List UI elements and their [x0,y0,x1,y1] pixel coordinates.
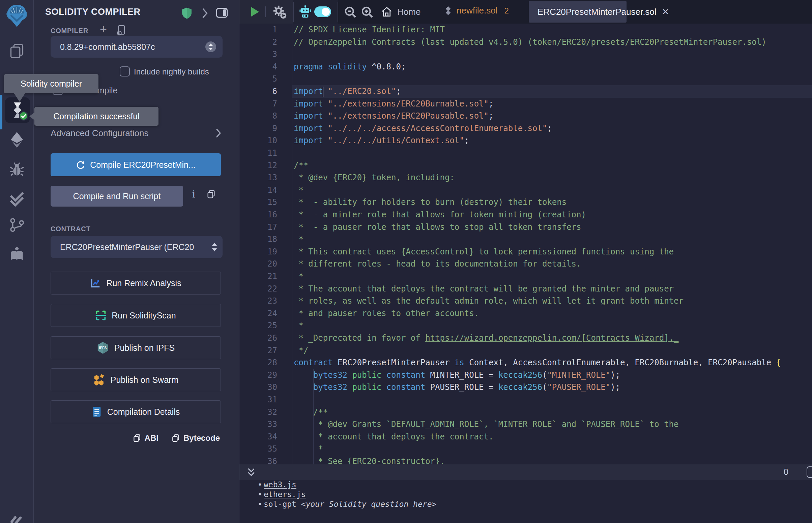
line-number: 10 [240,134,277,147]
terminal-list-item[interactable]: •web3.js [240,480,296,490]
zoom-in-icon [361,6,374,19]
code-line-14[interactable]: 14 * [240,184,812,196]
run-script-button[interactable] [250,7,259,17]
file-explorer-icon[interactable] [0,42,34,59]
terminal-link[interactable]: ethers.js [264,490,306,499]
line-number: 6 [240,85,277,98]
compile-and-run-button[interactable]: Compile and Run script [51,186,183,206]
run-solidityscan-button[interactable]: Run SolidityScan [51,304,221,327]
contract-select[interactable]: ERC20PresetMinterPauser (ERC20 [51,236,223,258]
add-compiler-icon[interactable]: + [100,22,107,36]
code-line-13[interactable]: 13 * @dev {ERC20} token, including: [240,172,812,184]
sidebar-item-learneth[interactable] [0,246,34,262]
tab-erc20-active[interactable]: ERC20PresetMinterPauser.sol ✕ [529,1,626,22]
terminal-search-box-partial[interactable] [807,466,812,478]
code-line-18[interactable]: 18 * [240,233,812,246]
code-line-36[interactable]: 36 * See {ERC20-constructor}. [240,455,812,464]
code-text: * - ability for holders to burn (destroy… [294,197,566,207]
include-nightly-checkbox[interactable] [120,66,130,76]
publish-on-swarm-button[interactable]: Publish on Swarm [51,368,221,391]
compilation-details-label: Compilation Details [107,407,180,417]
code-line-8[interactable]: 8import "../extensions/ERC20Pausable.sol… [240,110,812,122]
line-number: 4 [240,61,277,73]
advanced-chevron-icon[interactable] [215,128,222,138]
code-line-30[interactable]: 30 bytes32 public constant PAUSER_ROLE =… [240,381,812,394]
terminal-toolbar[interactable]: 0 [240,464,812,480]
run-settings-button[interactable] [272,5,287,19]
code-line-2[interactable]: 2// OpenZeppelin Contracts (last updated… [240,36,812,49]
code-line-26[interactable]: 26 * _Deprecated in favor of https://wiz… [240,332,812,344]
publish-on-ipfs-button[interactable]: IPFS Publish on IPFS [51,336,221,359]
compilation-details-button[interactable]: Compilation Details [51,400,221,423]
code-editor[interactable]: 1// SPDX-License-Identifier: MIT2// Open… [240,23,812,464]
run-remix-analysis-button[interactable]: Run Remix Analysis [51,272,221,294]
code-line-16[interactable]: 16 * - a minter role that allows for tok… [240,209,812,221]
divider [293,2,294,22]
code-line-3[interactable]: 3 [240,48,812,61]
code-line-35[interactable]: 35 * [240,443,812,455]
sidebar-item-debugger[interactable] [0,161,34,177]
header-chevron-right-icon[interactable] [201,8,209,18]
terminal-list-item[interactable]: •ethers.js [240,490,306,500]
compiler-section-label: COMPILER [51,27,88,35]
zoom-out-button[interactable] [344,6,357,19]
copy-icon [133,434,141,443]
code-line-23[interactable]: 23 * roles, as well as the default admin… [240,295,812,307]
code-line-15[interactable]: 15 * - ability for holders to burn (dest… [240,196,812,209]
code-text: * This contract uses {AccessControl} to … [294,247,674,256]
code-line-20[interactable]: 20 * different roles - head to its docum… [240,258,812,270]
code-line-5[interactable]: 5 [240,73,812,85]
terminal-listen-count: 0 [784,467,789,477]
sidebar-item-deploy-run[interactable] [0,131,34,148]
compiler-version-select[interactable]: 0.8.29+commit.ab55807c [51,36,223,58]
copy-script-icon[interactable] [206,190,216,199]
code-line-11[interactable]: 11 [240,147,812,159]
expand-terminal-icon[interactable] [246,467,256,477]
sidebar-item-git[interactable] [0,217,34,233]
code-line-24[interactable]: 24 * and pauser roles to other accounts. [240,307,812,320]
code-line-21[interactable]: 21 * [240,270,812,283]
plugin-manager-icon-partial[interactable] [0,513,34,523]
code-line-32[interactable]: 32 /** [240,406,812,418]
code-line-29[interactable]: 29 bytes32 public constant MINTER_ROLE =… [240,369,812,381]
shield-icon[interactable] [181,7,193,19]
zoom-in-button[interactable] [361,6,374,19]
code-line-10[interactable]: 10import "../../../utils/Context.sol"; [240,134,812,147]
code-line-25[interactable]: 25 * [240,320,812,332]
publish-on-swarm-label: Publish on Swarm [111,375,178,385]
copy-bytecode-button[interactable]: Bytecode [171,433,220,443]
code-line-31[interactable]: 31 [240,394,812,406]
compile-button[interactable]: Compile ERC20PresetMin... [51,153,221,176]
split-panel-icon[interactable] [216,7,228,18]
code-line-9[interactable]: 9import "../../../access/AccessControlEn… [240,122,812,135]
code-line-17[interactable]: 17 * - a pauser role that allows to stop… [240,221,812,234]
code-line-27[interactable]: 27 */ [240,344,812,357]
toggle-knob [322,8,330,16]
line-number: 5 [240,73,277,85]
code-line-22[interactable]: 22 * The account that deploys the contra… [240,283,812,295]
file-badge-icon[interactable] [116,25,126,36]
sidebar-item-unit-testing[interactable] [0,191,34,207]
code-line-12[interactable]: 12/** [240,159,812,172]
ai-assistant-button[interactable] [299,5,312,19]
code-line-4[interactable]: 4pragma solidity ^0.8.0; [240,61,812,73]
tab-newfile[interactable]: newfile.sol 2 [444,5,509,16]
code-line-6[interactable]: 6import "../ERC20.sol"; [240,85,812,98]
code-line-33[interactable]: 33 * @dev Grants `DEFAULT_ADMIN_ROLE`, `… [240,418,812,431]
terminal-content[interactable]: •web3.js•ethers.js•sol-gpt <your Solidit… [240,480,812,523]
code-line-19[interactable]: 19 * This contract uses {AccessControl} … [240,246,812,258]
code-line-34[interactable]: 34 * account that deploys the contract. [240,431,812,443]
info-icon[interactable]: i [192,189,195,200]
code-line-7[interactable]: 7import "../extensions/ERC20Burnable.sol… [240,98,812,110]
code-line-28[interactable]: 28contract ERC20PresetMinterPauser is Co… [240,357,812,369]
remix-logo-icon[interactable] [0,3,34,28]
copy-abi-button[interactable]: ABI [133,433,158,443]
code-line-1[interactable]: 1// SPDX-License-Identifier: MIT [240,23,812,36]
tab-home[interactable]: Home [381,6,421,18]
terminal-list-item[interactable]: •sol-gpt <your Solidity question here> [240,500,436,509]
tab-close-icon[interactable]: ✕ [662,7,669,17]
ai-toggle-switch[interactable] [314,6,331,17]
code-text: * [294,444,323,454]
terminal-link[interactable]: web3.js [264,480,296,489]
advanced-configurations-label[interactable]: Advanced Configurations [51,128,149,139]
